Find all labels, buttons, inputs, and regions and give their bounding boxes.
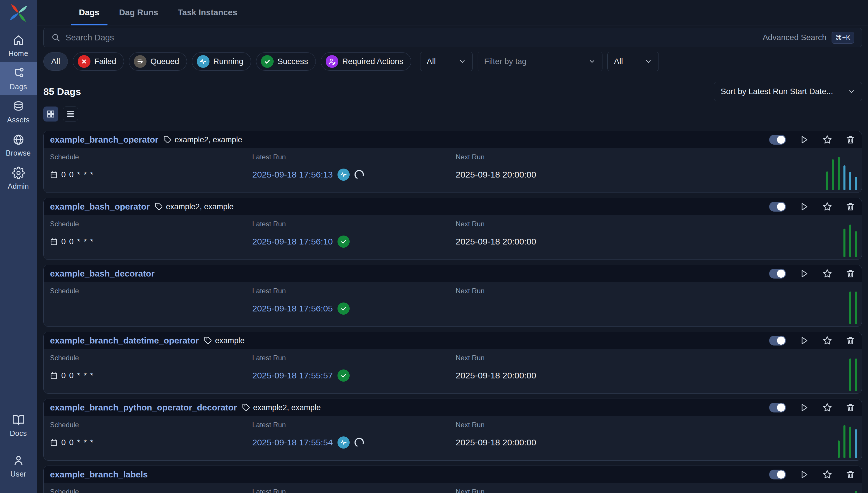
dag-pause-toggle[interactable] bbox=[769, 470, 786, 479]
sort-select[interactable]: Sort by Latest Run Start Date... bbox=[714, 82, 862, 101]
dag-pause-toggle[interactable] bbox=[769, 135, 786, 145]
schedule-value: 0 0 * * * bbox=[50, 438, 94, 447]
trigger-run-icon[interactable] bbox=[799, 269, 809, 279]
run-bar-blue[interactable] bbox=[855, 177, 857, 190]
sidebar-item-admin[interactable]: Admin bbox=[0, 162, 37, 195]
filter-chip-success[interactable]: Success bbox=[256, 52, 316, 71]
run-history-chart[interactable] bbox=[837, 424, 857, 458]
run-bar-blue[interactable] bbox=[855, 429, 857, 458]
docs-icon bbox=[12, 414, 25, 426]
filter-chip-all[interactable]: All bbox=[43, 52, 68, 71]
dag-pause-toggle[interactable] bbox=[769, 269, 786, 279]
delete-trash-icon[interactable] bbox=[846, 403, 855, 412]
sidebar-item-dags[interactable]: Dags bbox=[0, 62, 37, 95]
trigger-run-icon[interactable] bbox=[799, 336, 809, 345]
delete-trash-icon[interactable] bbox=[846, 470, 855, 479]
sidebar-item-home[interactable]: Home bbox=[0, 29, 37, 62]
dag-name-link[interactable]: example_branch_python_operator_decorator bbox=[50, 403, 237, 412]
dag-pause-toggle[interactable] bbox=[769, 403, 786, 412]
calendar-icon bbox=[50, 238, 58, 245]
airflow-logo-icon[interactable] bbox=[9, 3, 28, 22]
run-bar-green[interactable] bbox=[855, 359, 857, 391]
tab-task-instances[interactable]: Task Instances bbox=[169, 0, 245, 25]
latest-run-link[interactable]: 2025-09-18 17:55:57 bbox=[252, 371, 333, 381]
home-icon bbox=[12, 34, 25, 46]
run-bar-blue[interactable] bbox=[849, 172, 851, 190]
schedule-column: Schedule 0 0 * * * bbox=[50, 421, 252, 460]
tag-filter-select[interactable]: Filter by tag bbox=[478, 52, 603, 71]
trigger-run-icon[interactable] bbox=[799, 135, 809, 145]
run-bar-green[interactable] bbox=[849, 224, 851, 257]
dag-name-link[interactable]: example_bash_operator bbox=[50, 202, 150, 212]
favorite-star-icon[interactable] bbox=[822, 403, 832, 412]
browse-icon bbox=[12, 133, 25, 146]
latest-run-link[interactable]: 2025-09-18 17:55:54 bbox=[252, 437, 333, 447]
tab-dags[interactable]: Dags bbox=[71, 0, 107, 25]
delete-trash-icon[interactable] bbox=[846, 135, 855, 145]
run-bar-green[interactable] bbox=[849, 427, 851, 458]
advanced-search[interactable]: Advanced Search ⌘+K bbox=[763, 32, 854, 44]
filter-chip-failed[interactable]: Failed bbox=[73, 52, 124, 71]
trigger-run-icon[interactable] bbox=[799, 403, 809, 412]
filter-chip-required-actions[interactable]: Required Actions bbox=[321, 52, 411, 71]
advanced-search-label[interactable]: Advanced Search bbox=[763, 33, 826, 42]
search-input[interactable] bbox=[66, 33, 757, 42]
run-bar-green[interactable] bbox=[849, 359, 851, 391]
next-run-label: Next Run bbox=[456, 421, 485, 429]
dag-pause-toggle[interactable] bbox=[769, 202, 786, 212]
run-bar-green[interactable] bbox=[844, 229, 846, 257]
tab-dag-runs[interactable]: Dag Runs bbox=[111, 0, 166, 25]
dag-name-link[interactable]: example_branch_labels bbox=[50, 470, 148, 479]
latest-run-column: Latest Run 2025-09-18 17:56:05 bbox=[252, 287, 456, 326]
dag-name-link[interactable]: example_branch_operator bbox=[50, 135, 158, 145]
run-history-chart[interactable] bbox=[844, 223, 857, 257]
run-bar-green[interactable] bbox=[837, 441, 840, 458]
state-filter-select[interactable]: All bbox=[420, 52, 473, 71]
delete-trash-icon[interactable] bbox=[846, 202, 855, 212]
run-bar-blue[interactable] bbox=[844, 165, 846, 190]
dag-pause-toggle[interactable] bbox=[769, 336, 786, 345]
schedule-label: Schedule bbox=[50, 354, 79, 362]
run-bar-green[interactable] bbox=[855, 292, 857, 324]
dag-name-link[interactable]: example_bash_decorator bbox=[50, 269, 155, 279]
filter-chip-running[interactable]: Running bbox=[192, 52, 251, 71]
grid-icon bbox=[46, 110, 55, 119]
run-bar-green[interactable] bbox=[855, 491, 857, 493]
sidebar-item-browse[interactable]: Browse bbox=[0, 128, 37, 162]
sidebar-item-user[interactable]: User bbox=[0, 449, 37, 483]
grid-view-button[interactable] bbox=[43, 107, 58, 122]
latest-run-link[interactable]: 2025-09-18 17:56:13 bbox=[252, 170, 333, 179]
run-history-chart[interactable] bbox=[849, 357, 857, 391]
latest-run-link[interactable]: 2025-09-18 17:56:05 bbox=[252, 304, 333, 314]
list-view-button[interactable] bbox=[63, 107, 78, 122]
favorite-star-icon[interactable] bbox=[822, 202, 832, 212]
dag-tags-label: example bbox=[215, 336, 244, 345]
delete-trash-icon[interactable] bbox=[846, 336, 855, 345]
dag-name-link[interactable]: example_branch_datetime_operator bbox=[50, 336, 199, 345]
paused-filter-select[interactable]: All bbox=[607, 52, 659, 71]
trigger-run-icon[interactable] bbox=[799, 202, 809, 212]
delete-trash-icon[interactable] bbox=[846, 269, 855, 279]
filter-chip-label: Required Actions bbox=[342, 57, 403, 66]
run-bar-green[interactable] bbox=[837, 157, 840, 190]
trigger-run-icon[interactable] bbox=[799, 470, 809, 479]
favorite-star-icon[interactable] bbox=[822, 269, 832, 279]
run-history-chart[interactable] bbox=[826, 156, 857, 190]
dag-card-body: Schedule 0 0 * * * Latest Run 2025-09-18… bbox=[44, 148, 862, 193]
run-bar-green[interactable] bbox=[844, 425, 846, 458]
run-bar-green[interactable] bbox=[832, 159, 834, 190]
favorite-star-icon[interactable] bbox=[822, 470, 832, 479]
list-head: 85 Dags Sort by Latest Run Start Date... bbox=[43, 82, 862, 101]
filter-chip-queued[interactable]: Queued bbox=[129, 52, 187, 71]
run-history-chart[interactable] bbox=[849, 290, 857, 324]
run-bar-green[interactable] bbox=[849, 292, 851, 324]
sidebar-item-docs[interactable]: Docs bbox=[0, 409, 37, 442]
sidebar-item-assets[interactable]: Assets bbox=[0, 95, 37, 128]
favorite-star-icon[interactable] bbox=[822, 135, 832, 145]
run-history-chart[interactable] bbox=[855, 491, 857, 493]
run-bar-green[interactable] bbox=[855, 231, 857, 257]
latest-run-link[interactable]: 2025-09-18 17:56:10 bbox=[252, 237, 333, 246]
favorite-star-icon[interactable] bbox=[822, 336, 832, 345]
run-bar-green[interactable] bbox=[826, 171, 828, 190]
next-run-value: 2025-09-18 20:00:00 bbox=[456, 170, 536, 179]
